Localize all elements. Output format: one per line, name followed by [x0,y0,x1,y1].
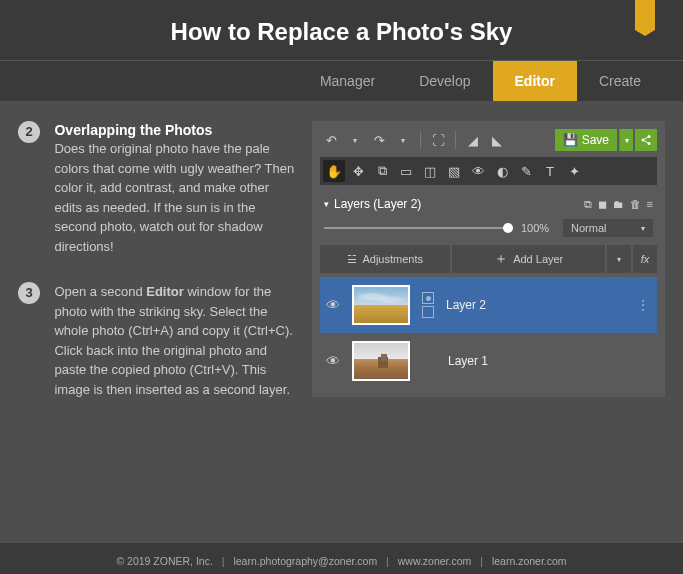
layers-title: Layers (Layer 2) [334,197,584,211]
save-dropdown[interactable]: ▾ [619,129,633,151]
separator [420,131,421,149]
crop-tool-icon[interactable]: ⧉ [371,160,393,182]
layer-thumbnail[interactable] [352,341,410,381]
mask-link-icon[interactable] [422,292,434,304]
blend-mode-select[interactable]: Normal▾ [563,219,653,237]
gradient-tool-icon[interactable]: ◐ [491,160,513,182]
visibility-icon[interactable]: 👁 [326,353,340,369]
redo-icon[interactable]: ↷ [368,129,390,151]
history-toolbar: ↶ ▾ ↷ ▾ ⛶ ◢ ◣ 💾 Save ▾ [320,129,657,151]
text-tool-icon[interactable]: T [539,160,561,182]
tab-create[interactable]: Create [577,61,663,101]
step-number: 2 [18,121,40,143]
layer-row[interactable]: 👁 Layer 1 [320,333,657,389]
adjustments-icon: ☱ [347,253,357,266]
redo-dropdown-icon[interactable]: ▾ [392,129,414,151]
rotate-left-icon[interactable]: ◢ [462,129,484,151]
brush-tool-icon[interactable]: ✎ [515,160,537,182]
layer-name[interactable]: Layer 2 [446,298,624,312]
svg-point-1 [642,139,645,142]
page-title: How to Replace a Photo's Sky [0,18,683,46]
undo-icon[interactable]: ↶ [320,129,342,151]
share-button[interactable] [635,129,657,151]
selection-tool-icon[interactable]: ▭ [395,160,417,182]
layer-name[interactable]: Layer 1 [448,354,651,368]
copyright: © 2019 ZONER, Inc. [116,555,212,567]
more-icon[interactable]: ⋮ [636,297,651,313]
footer-url[interactable]: www.zoner.com [398,555,472,567]
opacity-value: 100% [521,222,555,234]
step-3: 3 Open a second Editor window for the ph… [18,282,296,399]
content-area: 2 Overlapping the Photos Does the origin… [0,101,683,542]
instructions-column: 2 Overlapping the Photos Does the origin… [18,121,296,542]
visibility-icon[interactable]: 👁 [326,297,340,313]
hand-tool-icon[interactable]: ✋ [323,160,345,182]
mask-box-icon[interactable] [422,306,434,318]
layer-thumbnail[interactable] [352,285,410,325]
rect-tool-icon[interactable]: ◫ [419,160,441,182]
page-header: How to Replace a Photo's Sky [0,0,683,61]
svg-point-2 [648,142,651,145]
shape-tool-icon[interactable]: ▧ [443,160,465,182]
step-body: Does the original photo have the pale co… [54,141,294,254]
tab-bar: Manager Develop Editor Create [0,61,683,101]
tab-develop[interactable]: Develop [397,61,492,101]
fx-button[interactable]: fx [633,245,657,273]
bookmark-icon[interactable] [635,0,655,30]
tools-toolbar: ✋ ✥ ⧉ ▭ ◫ ▧ 👁 ◐ ✎ T ✦ [320,157,657,185]
step-number: 3 [18,282,40,304]
svg-point-0 [648,135,651,138]
trash-icon[interactable]: 🗑 [630,198,641,211]
menu-icon[interactable]: ≡ [647,198,653,211]
layers-header: ▾ Layers (Layer 2) ⧉ ◼ 🖿 🗑 ≡ [320,191,657,217]
footer-url[interactable]: learn.zoner.com [492,555,567,567]
eye-tool-icon[interactable]: 👁 [467,160,489,182]
mask-icon[interactable]: ◼ [598,198,607,211]
tab-manager[interactable]: Manager [298,61,397,101]
mask-indicators [422,292,434,318]
save-button[interactable]: 💾 Save [555,129,617,151]
move-tool-icon[interactable]: ✥ [347,160,369,182]
separator [455,131,456,149]
editor-panel: ↶ ▾ ↷ ▾ ⛶ ◢ ◣ 💾 Save ▾ ✋ ✥ ⧉ ▭ ◫ ▧ 👁 ◐ ✎… [312,121,665,397]
step-body: Open a second Editor window for the phot… [54,284,292,397]
picker-tool-icon[interactable]: ✦ [563,160,585,182]
add-layer-dropdown[interactable]: ▾ [607,245,631,273]
opacity-row: 100% Normal▾ [320,217,657,245]
plus-icon: ＋ [494,250,508,268]
folder-icon[interactable]: 🖿 [613,198,624,211]
undo-dropdown-icon[interactable]: ▾ [344,129,366,151]
step-2: 2 Overlapping the Photos Does the origin… [18,121,296,256]
rotate-right-icon[interactable]: ◣ [486,129,508,151]
add-layer-button[interactable]: ＋ Add Layer [452,245,605,273]
footer-email[interactable]: learn.photography@zoner.com [233,555,377,567]
zoom-fit-icon[interactable]: ⛶ [427,129,449,151]
duplicate-icon[interactable]: ⧉ [584,198,592,211]
adjustments-button[interactable]: ☱ Adjustments [320,245,450,273]
tab-editor[interactable]: Editor [493,61,577,101]
collapse-icon[interactable]: ▾ [324,199,329,209]
layer-row[interactable]: 👁 Layer 2 ⋮ [320,277,657,333]
layer-buttons: ☱ Adjustments ＋ Add Layer ▾ fx [320,245,657,273]
opacity-slider[interactable] [324,227,513,229]
step-title: Overlapping the Photos [54,122,212,138]
page-footer: © 2019 ZONER, Inc. | learn.photography@z… [0,542,683,574]
